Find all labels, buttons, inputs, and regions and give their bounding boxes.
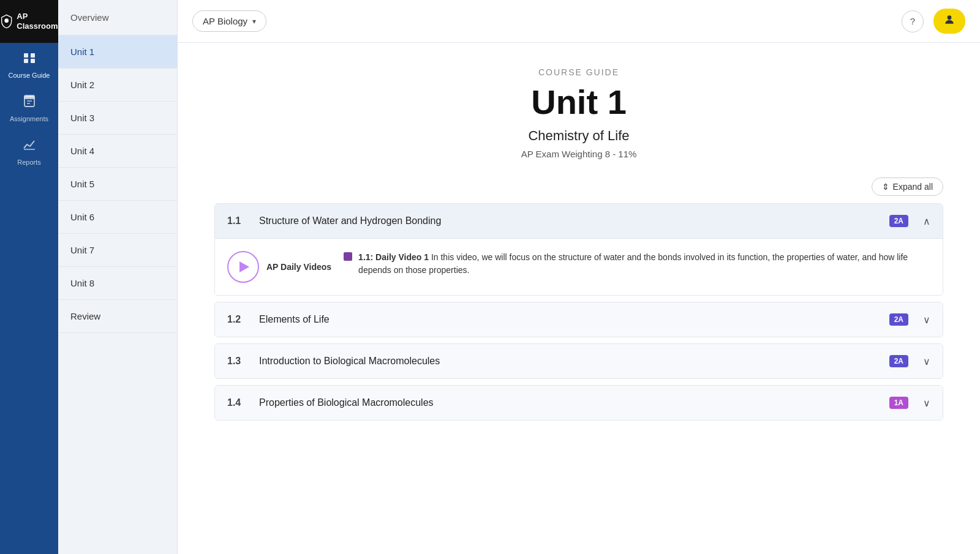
video-description: 1.1: Daily Video 1 In this video, we wil… [358,251,930,277]
section-tag-1-4: 1A [889,397,908,409]
section-title-1-2: Elements of Life [259,314,880,325]
expand-all-button[interactable]: ⇕ Expand all [872,178,943,196]
chart-icon [22,137,37,155]
question-mark-icon: ? [910,16,915,26]
sidebar-label-reports: Reports [17,159,41,166]
course-content: COURSE GUIDE Unit 1 Chemistry of Life AP… [178,43,980,554]
play-icon [239,261,249,272]
sidebar-label-course-guide: Course Guide [9,72,50,79]
logo[interactable]: AP Classroom [0,0,58,43]
expand-icon-1-4: ∨ [923,397,930,409]
section-header-1-2[interactable]: 1.2 Elements of Life 2A ∨ [215,302,943,337]
svg-rect-1 [24,53,28,58]
video-desc-title: 1.1: Daily Video 1 [358,252,429,262]
section-content-1-1: AP Daily Videos 1.1: Daily Video 1 In th… [215,238,943,295]
course-selector-label: AP Biology [203,16,247,26]
unit-title: Unit 1 [214,82,943,122]
section-tag-1-2: 2A [889,313,908,326]
section-header-1-4[interactable]: 1.4 Properties of Biological Macromolecu… [215,386,943,420]
unit-list-item-unit2[interactable]: Unit 2 [58,69,177,102]
unit-list-item-unit8[interactable]: Unit 8 [58,267,177,300]
section-header-1-3[interactable]: 1.3 Introduction to Biological Macromole… [215,344,943,378]
expand-all-label: Expand all [893,182,933,192]
sidebar-item-course-guide[interactable]: Course Guide [0,43,58,86]
svg-rect-4 [31,59,35,63]
section-title-1-3: Introduction to Biological Macromolecule… [259,356,880,367]
expand-all-icon: ⇕ [882,182,889,192]
course-guide-label: COURSE GUIDE [214,67,943,77]
svg-rect-3 [24,59,28,63]
section-tag-1-1: 2A [889,215,908,227]
section-row-1-2: 1.2 Elements of Life 2A ∨ [214,302,943,337]
video-icon[interactable] [227,251,259,283]
sidebar-item-assignments[interactable]: Assignments [0,86,58,130]
unit-list-item-unit1[interactable]: Unit 1 [58,36,177,69]
unit-list-item-unit5[interactable]: Unit 5 [58,168,177,201]
home-icon [22,50,37,69]
section-row-1-4: 1.4 Properties of Biological Macromolecu… [214,385,943,421]
section-number-1-4: 1.4 [227,397,249,408]
chevron-down-icon: ▾ [252,17,256,26]
exam-weighting: AP Exam Weighting 8 - 11% [214,149,943,159]
sidebar: AP Classroom Course Guide Assignments [0,0,58,554]
section-title-1-1: Structure of Water and Hydrogen Bonding [259,215,880,226]
unit-list-item-unit6[interactable]: Unit 6 [58,201,177,234]
section-number-1-1: 1.1 [227,215,249,226]
unit-subtitle: Chemistry of Life [214,128,943,144]
section-tag-1-3: 2A [889,355,908,367]
svg-rect-2 [31,53,35,58]
sidebar-label-assignments: Assignments [10,115,48,122]
section-row-1-1: 1.1 Structure of Water and Hydrogen Bond… [214,203,943,296]
section-title-1-4: Properties of Biological Macromolecules [259,397,880,408]
expand-all-row: ⇕ Expand all [214,178,943,196]
section-number-1-3: 1.3 [227,356,249,367]
section-row-1-3: 1.3 Introduction to Biological Macromole… [214,343,943,379]
expand-icon-1-3: ∨ [923,356,930,367]
section-header-1-1[interactable]: 1.1 Structure of Water and Hydrogen Bond… [215,204,943,238]
sidebar-item-reports[interactable]: Reports [0,130,58,173]
unit-list-item-unit3[interactable]: Unit 3 [58,102,177,135]
collapse-icon-1-1: ∧ [923,215,930,227]
course-selector[interactable]: AP Biology ▾ [192,10,266,32]
unit-list: Overview Unit 1 Unit 2 Unit 3 Unit 4 Uni… [58,0,178,554]
unit-list-item-overview[interactable]: Overview [58,0,177,36]
video-dot-icon [344,252,352,261]
clipboard-icon [22,94,37,112]
video-desc-body: In this video, we will focus on the stru… [358,252,908,275]
unit-list-item-unit7[interactable]: Unit 7 [58,234,177,267]
svg-point-0 [4,18,9,23]
svg-point-11 [948,15,952,20]
help-button[interactable]: ? [902,10,924,32]
topbar: AP Biology ▾ ? [178,0,980,43]
video-label: AP Daily Videos [266,262,331,272]
main-content: AP Biology ▾ ? COURSE GUIDE Unit 1 Chemi… [178,0,980,554]
section-number-1-2: 1.2 [227,314,249,325]
expand-icon-1-2: ∨ [923,314,930,326]
user-button[interactable] [933,9,965,34]
logo-text: AP Classroom [17,12,58,31]
unit-list-item-review[interactable]: Review [58,300,177,333]
unit-list-item-unit4[interactable]: Unit 4 [58,135,177,168]
video-desc-wrap: 1.1: Daily Video 1 In this video, we wil… [344,251,930,277]
course-header: COURSE GUIDE Unit 1 Chemistry of Life AP… [214,43,943,178]
video-resource-1-1: AP Daily Videos 1.1: Daily Video 1 In th… [227,251,930,283]
user-icon [943,13,956,29]
